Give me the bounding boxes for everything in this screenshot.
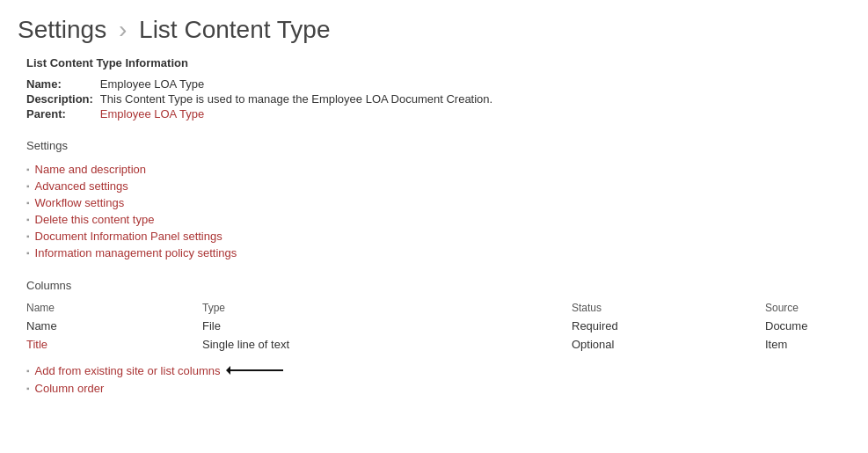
page-title: Settings › List Content Type [0,0,868,56]
info-table: Name: Employee LOA Type Description: Thi… [26,77,496,121]
name-value: Employee LOA Type [100,77,496,91]
col-header-status: Status [572,299,765,317]
columns-heading: Columns [26,279,842,292]
settings-section: Settings Name and description Advanced s… [26,139,842,261]
svg-marker-1 [226,366,230,375]
info-section-title: List Content Type Information [26,56,842,69]
title-column-link[interactable]: Title [26,338,47,351]
column-order-link[interactable]: Column order [35,382,105,395]
col-status-value: Optional [572,335,765,354]
columns-section: Columns Name Type Status Source Name Fil… [26,279,842,397]
parent-label: Parent: [26,106,100,121]
col-name-link-cell: Title [26,335,202,354]
col-header-type: Type [202,299,572,317]
col-type-value: File [202,317,572,335]
list-item: Workflow settings [26,194,842,211]
col-type-value: Single line of text [202,335,572,354]
arrow-icon [226,362,288,378]
list-item: Document Information Panel settings [26,228,842,245]
settings-list: Name and description Advanced settings W… [26,161,842,261]
advanced-settings-link[interactable]: Advanced settings [35,179,128,193]
col-source-value: Docume [765,317,842,335]
breadcrumb-separator: › [119,16,127,43]
col-source-value: Item [765,335,842,354]
list-item: Information management policy settings [26,245,842,261]
col-header-name: Name [26,299,202,317]
col-name-value: Name [26,317,202,335]
add-from-existing-link[interactable]: Add from existing site or list columns [35,364,221,377]
list-item: Add from existing site or list columns [26,361,842,380]
info-management-policy-link[interactable]: Information management policy settings [35,246,237,259]
workflow-settings-link[interactable]: Workflow settings [35,196,125,209]
list-item: Column order [26,380,842,397]
delete-content-type-link[interactable]: Delete this content type [35,213,155,226]
parent-link[interactable]: Employee LOA Type [100,107,204,121]
list-item: Advanced settings [26,178,842,194]
description-label: Description: [26,91,100,106]
info-section: List Content Type Information Name: Empl… [26,56,842,121]
col-status-value: Required [572,317,765,335]
settings-heading: Settings [26,139,842,152]
table-row: Name File Required Docume [26,317,842,335]
list-item: Name and description [26,161,842,178]
name-label: Name: [26,77,100,91]
table-row: Title Single line of text Optional Item [26,335,842,354]
list-item: Delete this content type [26,211,842,228]
columns-table: Name Type Status Source Name File Requir… [26,299,842,354]
col-header-source: Source [765,299,842,317]
name-and-description-link[interactable]: Name and description [35,163,146,176]
action-list: Add from existing site or list columns C… [26,361,842,397]
document-info-panel-link[interactable]: Document Information Panel settings [35,230,222,243]
parent-value: Employee LOA Type [100,106,496,121]
description-value: This Content Type is used to manage the … [100,91,496,106]
